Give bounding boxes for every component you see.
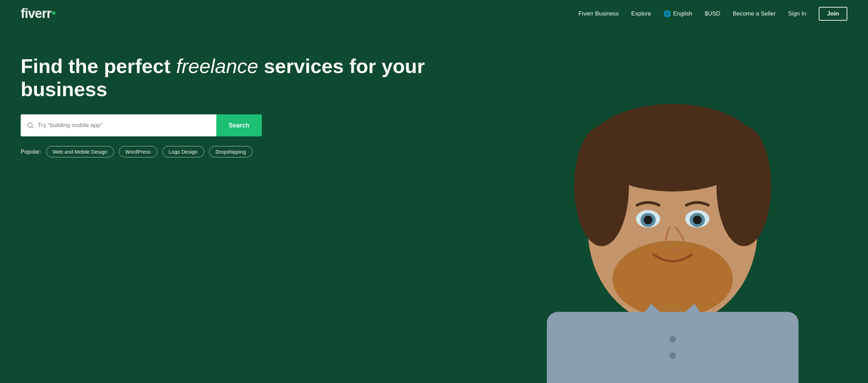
search-icon xyxy=(27,122,34,129)
logo-dot xyxy=(52,11,55,15)
globe-icon: 🌐 xyxy=(663,10,671,18)
logo-text: fiverr xyxy=(21,6,51,21)
nav-become-seller[interactable]: Become a Seller xyxy=(733,10,776,17)
navbar: fiverr Fiverr Business Explore 🌐 English… xyxy=(0,0,868,27)
svg-point-4 xyxy=(574,126,629,246)
nav-explore[interactable]: Explore xyxy=(631,10,651,17)
popular-label: Popular: xyxy=(21,149,41,155)
nav-sign-in[interactable]: Sign In xyxy=(788,10,806,17)
popular-tag-dropshipping[interactable]: Dropshipping xyxy=(209,146,252,157)
svg-point-10 xyxy=(644,216,652,224)
join-button[interactable]: Join xyxy=(819,7,847,21)
hero-title-text1: Find the perfect xyxy=(21,55,176,77)
logo[interactable]: fiverr xyxy=(21,6,55,21)
search-bar: Search xyxy=(21,114,262,136)
hero-section: fiverr Fiverr Business Explore 🌐 English… xyxy=(0,0,868,383)
search-input[interactable] xyxy=(38,122,210,129)
hero-title: Find the perfect freelance services for … xyxy=(21,55,500,101)
popular-section: Popular: Web and Mobile Design WordPress… xyxy=(21,146,500,157)
nav-language[interactable]: 🌐 English xyxy=(663,10,692,18)
hero-person-image xyxy=(477,0,868,383)
svg-point-11 xyxy=(693,216,702,224)
search-button[interactable]: Search xyxy=(216,114,262,136)
popular-tag-web-mobile[interactable]: Web and Mobile Design xyxy=(46,146,114,157)
popular-tag-logo-design[interactable]: Logo Design xyxy=(162,146,204,157)
hero-title-italic: freelance xyxy=(176,55,258,77)
language-label: English xyxy=(673,10,692,17)
search-input-container xyxy=(21,114,216,136)
svg-line-18 xyxy=(32,127,33,128)
nav-currency[interactable]: $USD xyxy=(705,10,720,17)
svg-point-12 xyxy=(612,241,733,317)
nav-fiverr-business[interactable]: Fiverr Business xyxy=(578,10,619,17)
svg-rect-14 xyxy=(547,312,799,383)
hero-content: Find the perfect freelance services for … xyxy=(0,27,521,178)
svg-point-16 xyxy=(669,352,676,359)
nav-links: Fiverr Business Explore 🌐 English $USD B… xyxy=(578,7,847,21)
popular-tag-wordpress[interactable]: WordPress xyxy=(119,146,157,157)
svg-point-5 xyxy=(716,126,771,246)
svg-point-15 xyxy=(669,336,676,342)
